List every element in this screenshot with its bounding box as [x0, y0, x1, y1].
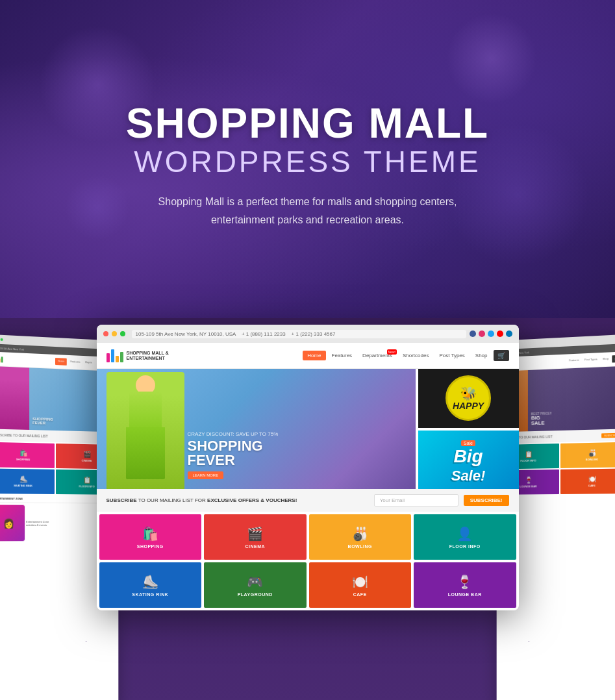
side-skating-icon: ⛸️	[19, 475, 27, 482]
browser-dot-green	[120, 331, 125, 336]
bokeh-decoration-1	[446, 13, 537, 104]
bee-circle: 🐝 HAPPY	[446, 375, 491, 421]
r-cafe-icon: 🍽️	[588, 475, 596, 482]
bee-happy-content: 🐝 HAPPY	[439, 372, 497, 424]
floor-info-label: FLOOR INFO	[449, 544, 481, 549]
dept-tile-skating[interactable]: ⛸️ SKATING RINK	[99, 562, 202, 608]
dept-tile-playground[interactable]: 🎮 PLAYGROUND	[204, 562, 307, 608]
skating-label: SKATING RINK	[132, 592, 168, 597]
logo-bar-4	[120, 352, 123, 362]
side-right-slider-text: BEST PRICE!! BIGSALE	[531, 409, 615, 426]
side-tile-shopping: 🛍️ SHOPPING	[0, 442, 55, 468]
side-tile-skating: ⛸️ SKATING RINK	[0, 468, 55, 494]
browser-dot-red	[103, 331, 108, 336]
slider-person-image	[107, 372, 184, 489]
slider-text-area: CRAZY DISCOUNT: SAVE UP TO 75% SHOPPINGF…	[188, 431, 409, 479]
nav-post-types[interactable]: Post Types	[434, 351, 469, 360]
bowling-label: BOWLING	[348, 544, 372, 549]
lounge-label: LOUNGE BAR	[448, 592, 482, 597]
bowling-icon: 🎳	[352, 526, 368, 542]
department-grid: 🛍️ SHOPPING 🎬 CINEMA 🎳 BOWLING 👤 FLOOR I…	[97, 512, 519, 610]
nav-features[interactable]: Features	[327, 351, 357, 360]
r-nav-post: Post Types	[583, 356, 599, 364]
skating-icon: ⛸️	[142, 574, 158, 590]
twitter-icon	[488, 331, 494, 337]
hero-title-sub: WORDPRESS THEME	[134, 144, 481, 180]
youtube-icon	[497, 331, 503, 337]
side-cinema-icon: 🎬	[83, 451, 91, 458]
slider-learn-more-button[interactable]: LEARN MORE	[188, 471, 224, 479]
side-subscribe-text-left: SUBSCRIBE TO OUR MAILING LIST	[0, 433, 48, 438]
phone1-text: + 1 (888) 111 2233	[242, 331, 286, 337]
subscribe-email-input[interactable]: Your Email	[374, 494, 458, 506]
side-subscribe-btn: SUBSCRIBE	[601, 432, 615, 438]
browser-bar: 105-109 5th Ave New York, NY 10010, USA …	[97, 325, 519, 343]
bokeh-decoration-2	[65, 175, 130, 240]
logo-bar-green	[1, 356, 3, 362]
floor-info-icon: 👤	[457, 526, 473, 542]
phone2-text: + 1 (222) 333 4567	[292, 331, 336, 337]
logo-bar-1	[107, 353, 110, 362]
nav-bar: SHOPPING MALL &ENTERTAINMENT Home Featur…	[97, 343, 519, 369]
dept-tile-lounge[interactable]: 🍷 LOUNGE BAR	[414, 562, 516, 608]
shopping-icon: 🛍️	[142, 526, 158, 542]
side-floor-icon: 📋	[83, 477, 91, 484]
side-address-left: 105-109 5th Ave New York	[0, 346, 24, 351]
logo-text: SHOPPING MALL &ENTERTAINMENT	[127, 351, 169, 360]
big-sale-text: BigSale!	[451, 447, 486, 484]
shopping-label: SHOPPING	[137, 544, 164, 549]
facebook-icon	[470, 331, 476, 337]
slider-main: CRAZY DISCOUNT: SAVE UP TO 75% SHOPPINGF…	[97, 369, 416, 489]
hero-title-main: SHOPPING MALL	[126, 103, 489, 144]
dot-green-left	[1, 338, 3, 341]
hero-description: Shopping Mall is a perfect theme for mal…	[145, 193, 470, 228]
nav-logo: SHOPPING MALL &ENTERTAINMENT	[107, 349, 169, 362]
side-nav-depts: Depts	[83, 359, 94, 367]
dept-tile-floor-info[interactable]: 👤 FLOOR INFO	[414, 514, 516, 560]
subscribe-button[interactable]: SUBSCRIBE!	[464, 495, 509, 506]
side-shopping-icon: 🛍️	[19, 449, 27, 456]
nav-departments[interactable]: Departments New!	[358, 351, 397, 360]
subscribe-text: SUBSCRIBE TO OUR MAILING LIST FOR EXCLUS…	[107, 497, 369, 503]
subscribe-bar: SUBSCRIBE TO OUR MAILING LIST FOR EXCLUS…	[97, 489, 519, 512]
dept-tile-cafe[interactable]: 🍽️ CAFE	[309, 562, 412, 608]
slider-discount-text: CRAZY DISCOUNT: SAVE UP TO 75%	[188, 431, 409, 437]
nav-shop[interactable]: Shop	[471, 351, 492, 360]
browser-dot-yellow	[112, 331, 117, 336]
big-sale-content: Sale BigSale!	[451, 436, 486, 484]
nav-home[interactable]: Home	[303, 351, 325, 360]
r-cart-icon: 🛒	[612, 355, 615, 363]
nav-shortcodes[interactable]: Shortcodes	[398, 351, 433, 360]
cinema-icon: 🎬	[247, 526, 263, 542]
nav-badge: New!	[387, 349, 397, 355]
dept-tile-cinema[interactable]: 🎬 CINEMA	[204, 514, 307, 560]
playground-label: PLAYGROUND	[238, 592, 273, 597]
lounge-icon: 🍷	[457, 574, 473, 590]
screen-main: 105-109 5th Ave New York, NY 10010, USA …	[97, 325, 519, 610]
r-floor-label: FLOOR INFO	[520, 459, 536, 462]
slider-side-panels: 🐝 HAPPY Sale BigSale!	[418, 369, 519, 489]
r-nav-features: Features	[567, 357, 581, 365]
side-skating-label: SKATING RINK	[14, 484, 32, 487]
dept-tile-shopping[interactable]: 🛍️ SHOPPING	[99, 514, 202, 560]
cinema-label: CINEMA	[245, 544, 265, 549]
hero-section: SHOPPING MALL WORDPRESS THEME Shopping M…	[0, 0, 615, 318]
cafe-label: CAFE	[353, 592, 367, 597]
r-bowling-icon: 🎳	[588, 449, 596, 456]
nav-cart-button[interactable]: 🛒	[494, 350, 509, 361]
side-logo-left	[0, 355, 3, 363]
dept-tile-bowling[interactable]: 🎳 BOWLING	[309, 514, 412, 560]
side-floor-label: FLOOR INFO	[79, 484, 95, 488]
instagram-icon	[479, 331, 485, 337]
side-slider-image-left	[0, 366, 29, 430]
r-nav-shop: Shop	[601, 355, 611, 363]
r-cafe-label: CAFE	[588, 484, 596, 487]
screens-container: 105-109 5th Ave New York Home Features D…	[0, 318, 615, 700]
side-shopping-label: SHOPPING	[16, 458, 30, 461]
address-text: 105-109 5th Ave New York, NY 10010, USA	[136, 331, 236, 337]
big-sale-panel: Sale BigSale!	[418, 431, 519, 490]
side-bottom-image: 👩	[0, 505, 25, 541]
browser-address-bar: 105-109 5th Ave New York, NY 10010, USA …	[132, 330, 466, 338]
r-lounge-icon: 🍷	[525, 477, 533, 484]
r-bowling-label: BOWLING	[586, 458, 598, 461]
